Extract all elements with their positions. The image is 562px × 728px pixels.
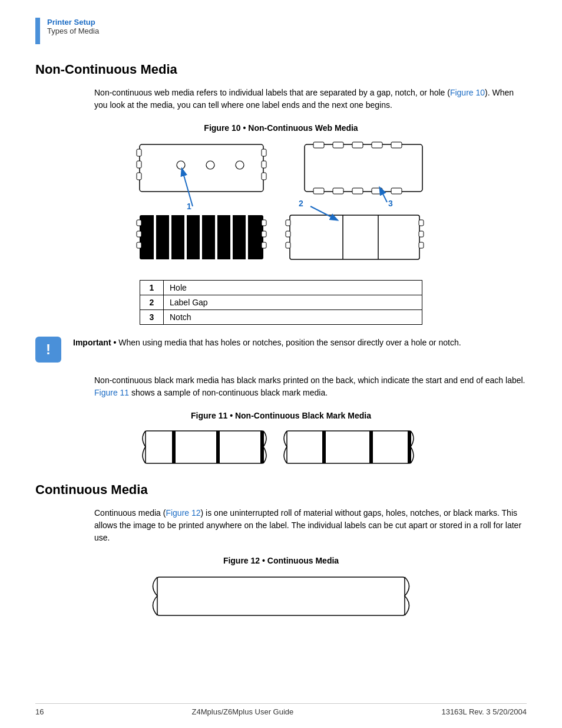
- svg-rect-12: [305, 144, 422, 192]
- important-icon: !: [35, 337, 61, 363]
- black-mark-text: Non-continuous black mark media has blac…: [94, 374, 527, 399]
- svg-rect-6: [262, 173, 266, 180]
- breadcrumb-text: Printer Setup Types of Media: [47, 18, 99, 35]
- section2-intro: Continuous media (Figure 12) is one unin…: [94, 507, 527, 544]
- table-num: 3: [140, 310, 164, 325]
- table-num: 1: [140, 281, 164, 295]
- footer-page: 16: [35, 707, 44, 716]
- footer: 16 Z4Mplus/Z6Mplus User Guide 13163L Rev…: [35, 703, 527, 716]
- important-box: ! Important • When using media that has …: [35, 337, 527, 363]
- svg-rect-43: [419, 220, 424, 226]
- section1-intro: Non-continuous web media refers to indiv…: [94, 87, 527, 111]
- figure10-svg: 1 3: [134, 139, 428, 268]
- svg-rect-0: [140, 144, 263, 192]
- svg-rect-57: [408, 431, 411, 463]
- svg-rect-35: [137, 242, 141, 248]
- svg-rect-2: [137, 161, 141, 168]
- svg-rect-34: [137, 231, 141, 237]
- svg-text:2: 2: [299, 199, 303, 208]
- table-label: Label Gap: [164, 295, 422, 310]
- svg-rect-50: [146, 431, 263, 463]
- table-row: 3 Notch: [140, 310, 422, 325]
- figure11-container: [35, 426, 527, 470]
- svg-rect-30: [215, 215, 217, 259]
- figure10-container: 1 3: [35, 139, 527, 268]
- svg-rect-38: [262, 242, 266, 248]
- figure12-caption: Figure 12 • Continuous Media: [35, 556, 527, 565]
- breadcrumb: Printer Setup Types of Media: [35, 12, 527, 44]
- svg-rect-14: [333, 142, 343, 148]
- svg-rect-53: [260, 431, 264, 463]
- svg-rect-15: [352, 142, 363, 148]
- svg-rect-56: [369, 431, 373, 463]
- svg-line-10: [182, 169, 193, 206]
- figure12-link[interactable]: Figure 12: [166, 508, 200, 518]
- svg-line-48: [310, 206, 337, 220]
- svg-rect-13: [313, 142, 324, 148]
- svg-rect-44: [419, 231, 424, 237]
- figure12-container: [35, 571, 527, 624]
- svg-rect-40: [286, 220, 290, 226]
- svg-rect-39: [290, 215, 419, 259]
- svg-rect-55: [322, 431, 326, 463]
- important-text: Important • When using media that has ho…: [73, 337, 461, 349]
- table-row: 1 Hole: [140, 281, 422, 295]
- svg-rect-52: [216, 431, 220, 463]
- svg-rect-58: [157, 577, 405, 615]
- svg-point-9: [236, 161, 244, 169]
- breadcrumb-bar: [35, 18, 40, 44]
- table-num: 2: [140, 295, 164, 310]
- svg-rect-51: [172, 431, 176, 463]
- svg-rect-32: [246, 215, 248, 259]
- exclamation-icon: !: [46, 341, 51, 358]
- figure11-caption: Figure 11 • Non-Continuous Black Mark Me…: [35, 411, 527, 420]
- breadcrumb-sub: Types of Media: [47, 27, 99, 35]
- svg-rect-42: [286, 242, 290, 248]
- svg-rect-28: [184, 215, 187, 259]
- svg-rect-3: [137, 173, 141, 180]
- svg-point-8: [206, 161, 214, 169]
- svg-text:1: 1: [187, 202, 191, 211]
- table-row: 2 Label Gap: [140, 295, 422, 310]
- svg-line-23: [380, 188, 387, 202]
- figure12-svg: [140, 571, 422, 624]
- svg-rect-45: [419, 242, 424, 248]
- footer-center: Z4Mplus/Z6Mplus User Guide: [192, 707, 294, 716]
- svg-rect-41: [286, 231, 290, 237]
- table-label: Notch: [164, 310, 422, 325]
- svg-rect-17: [391, 142, 402, 148]
- svg-rect-19: [333, 188, 343, 194]
- svg-rect-37: [262, 231, 266, 237]
- figure10-caption: Figure 10 • Non-Continuous Web Media: [35, 123, 527, 133]
- figure10-link[interactable]: Figure 10: [450, 88, 485, 97]
- figure10-table: 1 Hole 2 Label Gap 3 Notch: [140, 280, 422, 325]
- svg-rect-18: [313, 188, 324, 194]
- svg-rect-16: [372, 142, 382, 148]
- footer-right: 13163L Rev. 3 5/20/2004: [441, 707, 527, 716]
- svg-rect-54: [287, 431, 411, 463]
- svg-rect-1: [137, 149, 141, 156]
- table-label: Hole: [164, 281, 422, 295]
- figure11-link[interactable]: Figure 11: [94, 388, 129, 397]
- important-label: Important •: [73, 338, 116, 347]
- svg-rect-29: [200, 215, 202, 259]
- svg-rect-20: [352, 188, 363, 194]
- svg-rect-5: [262, 161, 266, 168]
- svg-rect-33: [137, 220, 141, 226]
- figure11-svg: [140, 426, 422, 470]
- svg-rect-36: [262, 220, 266, 226]
- section2-title: Continuous Media: [35, 482, 527, 498]
- svg-rect-31: [230, 215, 233, 259]
- svg-rect-27: [169, 215, 171, 259]
- svg-text:3: 3: [388, 199, 393, 208]
- svg-point-7: [177, 161, 185, 169]
- svg-rect-22: [391, 188, 402, 194]
- svg-rect-26: [154, 215, 156, 259]
- svg-rect-4: [262, 149, 266, 156]
- breadcrumb-link[interactable]: Printer Setup: [47, 18, 99, 27]
- section1-title: Non-Continuous Media: [35, 62, 527, 77]
